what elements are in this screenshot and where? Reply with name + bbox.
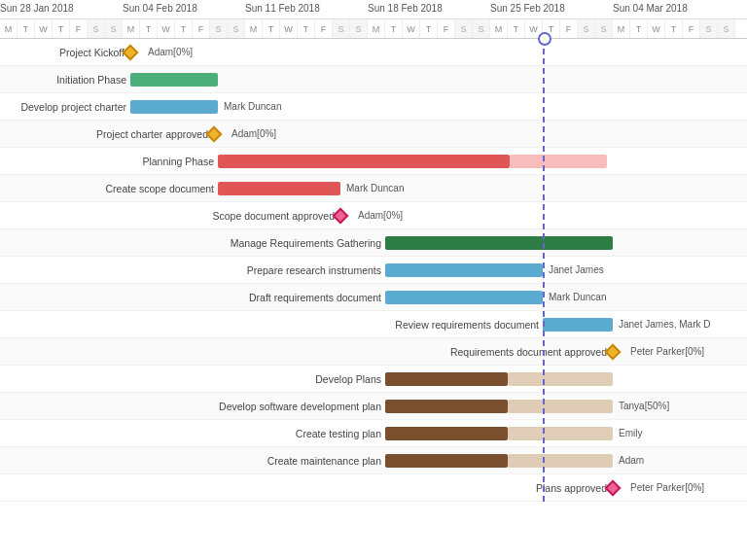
day-header: T (175, 19, 193, 39)
day-header: T (140, 19, 158, 39)
day-header: W (280, 19, 298, 39)
day-header: T (630, 19, 648, 39)
gantt-bar (218, 182, 340, 195)
row-label: Create maintenance plan (267, 455, 381, 467)
row-label: Project Kickoff (59, 47, 124, 58)
bar-label: Adam[0%] (358, 210, 403, 221)
gantt-row: Review requirements documentJanet James,… (0, 311, 747, 338)
day-header: M (490, 19, 508, 39)
bar-label: Mark Duncan (346, 183, 404, 193)
gantt-bar (385, 236, 613, 250)
gantt-bar-secondary (510, 155, 607, 168)
gantt-row: Plans approvedPeter Parker[0%] (0, 474, 747, 502)
today-marker (538, 32, 551, 46)
gantt-bar (385, 454, 508, 468)
day-header: S (578, 19, 595, 39)
day-header: T (385, 19, 403, 39)
day-header: F (683, 19, 700, 39)
day-header: S (473, 19, 490, 39)
gantt-row: Planning Phase (0, 148, 747, 175)
milestone-diamond (605, 344, 622, 361)
bar-label: Adam[0%] (231, 128, 276, 139)
week-label: Sun 28 Jan 2018 (0, 3, 74, 14)
day-header: S (595, 19, 613, 39)
day-header: F (315, 19, 333, 39)
gantt-bar-secondary (508, 372, 613, 386)
row-label: Create scope document (106, 183, 214, 194)
gantt-rows: Project KickoffAdam[0%]Initiation PhaseD… (0, 39, 747, 502)
day-header: W (403, 19, 420, 39)
gantt-bar (130, 73, 218, 87)
day-header: M (245, 19, 263, 39)
day-header: T (420, 19, 438, 39)
gantt-row: Prepare research instrumentsJanet James (0, 257, 747, 284)
day-header: M (368, 19, 385, 39)
day-header: S (228, 19, 245, 39)
row-label: Plans approved (536, 482, 607, 494)
row-label: Create testing plan (296, 428, 381, 439)
gantt-bar (543, 318, 613, 332)
gantt-bar-secondary (508, 427, 613, 440)
day-header: M (613, 19, 630, 39)
day-header: T (298, 19, 315, 39)
gantt-bar-secondary (508, 400, 613, 413)
milestone-diamond (206, 126, 223, 143)
row-label: Requirements document approved (450, 346, 607, 358)
gantt-bar (385, 400, 508, 413)
row-label: Develop project charter (20, 101, 126, 113)
day-header: S (455, 19, 473, 39)
day-header: S (210, 19, 228, 39)
day-header: S (88, 19, 105, 39)
day-header: S (333, 19, 350, 39)
gantt-bar (385, 372, 508, 386)
milestone-diamond (605, 480, 622, 497)
row-label: Review requirements document (395, 319, 539, 331)
bar-label: Peter Parker[0%] (630, 346, 704, 357)
gantt-row: Initiation Phase (0, 66, 747, 93)
gantt-row: Develop Plans (0, 366, 747, 393)
gantt-chart: Sun 28 Jan 2018Sun 04 Feb 2018Sun 11 Feb… (0, 0, 747, 560)
gantt-row: Develop software development planTanya[5… (0, 393, 747, 420)
row-label: Initiation Phase (56, 74, 126, 86)
gantt-row: Manage Requirements Gathering (0, 229, 747, 257)
day-header: M (0, 19, 18, 39)
day-header: F (560, 19, 578, 39)
day-header: S (718, 19, 735, 39)
bar-label: Adam (619, 455, 644, 466)
row-label: Prepare research instruments (247, 264, 381, 276)
bar-label: Mark Duncan (224, 101, 281, 112)
bar-label: Adam[0%] (148, 47, 193, 57)
weeks-row: Sun 28 Jan 2018Sun 04 Feb 2018Sun 11 Feb… (0, 0, 747, 19)
gantt-row: Create maintenance planAdam (0, 447, 747, 474)
gantt-row: Create testing planEmily (0, 420, 747, 447)
gantt-header: Sun 28 Jan 2018Sun 04 Feb 2018Sun 11 Feb… (0, 0, 747, 39)
day-header: W (35, 19, 53, 39)
day-header: W (158, 19, 175, 39)
day-header: F (438, 19, 455, 39)
day-header: T (53, 19, 70, 39)
gantt-row: Develop project charterMark Duncan (0, 93, 747, 121)
gantt-row: Requirements document approvedPeter Park… (0, 338, 747, 366)
day-header: M (123, 19, 140, 39)
row-label: Draft requirements document (249, 292, 381, 303)
day-header: S (700, 19, 718, 39)
day-header: S (105, 19, 123, 39)
day-header: T (263, 19, 280, 39)
gantt-row: Draft requirements documentMark Duncan (0, 284, 747, 311)
row-label: Develop Plans (315, 373, 381, 385)
row-label: Manage Requirements Gathering (231, 237, 381, 249)
days-row: MTWTFSSMTWTFSSMTWTFSSMTWTFSSMTWTFSSMTWTF… (0, 19, 747, 39)
day-header: T (665, 19, 683, 39)
bar-label: Tanya[50%] (619, 401, 669, 411)
day-header: S (350, 19, 368, 39)
week-label: Sun 18 Feb 2018 (368, 3, 443, 14)
gantt-row: Project KickoffAdam[0%] (0, 39, 747, 66)
week-label: Sun 04 Feb 2018 (123, 3, 197, 14)
milestone-diamond (333, 208, 349, 225)
row-label: Planning Phase (142, 156, 214, 167)
gantt-row: Create scope documentMark Duncan (0, 175, 747, 202)
week-label: Sun 25 Feb 2018 (490, 3, 565, 14)
today-line (543, 39, 545, 502)
gantt-bar (218, 155, 510, 168)
gantt-row: Project charter approvedAdam[0%] (0, 121, 747, 148)
